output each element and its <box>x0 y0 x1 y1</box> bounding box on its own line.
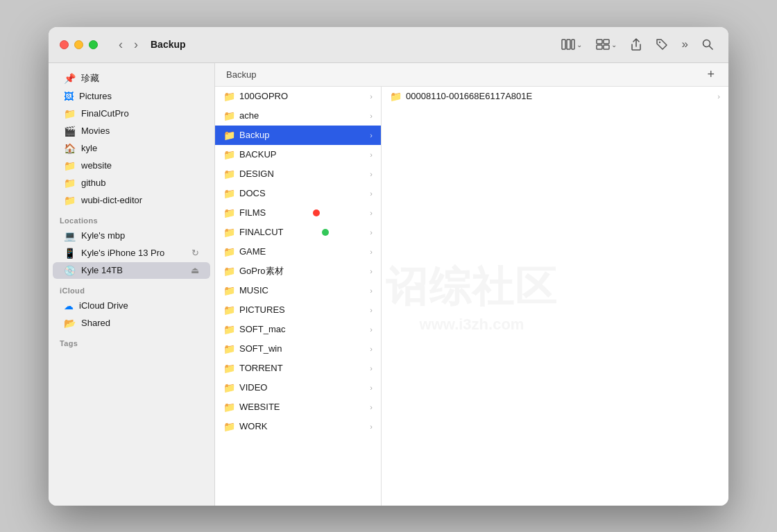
pictures-icon: 🖼 <box>64 91 74 102</box>
file-name: GAME <box>239 246 266 257</box>
grid-view-button[interactable]: ⌄ <box>592 36 621 53</box>
file-row[interactable]: 📁 BACKUP › <box>215 145 381 164</box>
sidebar-item-kyles-mbp[interactable]: 💻 Kyle's mbp <box>53 228 210 244</box>
file-name: 100GOPRO <box>239 91 288 101</box>
sidebar-item-website[interactable]: 📁 website <box>53 157 210 174</box>
folder-icon: 📁 <box>223 130 235 141</box>
svg-rect-4 <box>604 40 609 44</box>
content-area: Backup + 诏综社区 www.i3zh.com 📁 100GOPRO › <box>215 63 728 506</box>
folder-icon: 📁 <box>223 421 235 432</box>
file-row-films[interactable]: 📁 FILMS › <box>215 203 381 223</box>
sidebar-item-label: Pictures <box>79 91 112 101</box>
sidebar-item-kyle[interactable]: 🏠 kyle <box>53 140 210 157</box>
file-name: GoPro素材 <box>239 265 284 277</box>
folder-icon: 📁 <box>223 402 235 413</box>
column-1: 📁 100GOPRO › 📁 ache › 📁 Backup › <box>215 87 382 506</box>
folder-icon: 📁 <box>223 227 235 238</box>
file-row[interactable]: 📁 ache › <box>215 106 381 126</box>
folder-icon: 📁 <box>223 382 235 393</box>
file-row[interactable]: 📁 SOFT_mac › <box>215 320 381 339</box>
svg-rect-2 <box>572 40 574 49</box>
file-name: Backup <box>239 130 269 140</box>
forward-button[interactable]: › <box>130 36 142 53</box>
sidebar-item-wubi[interactable]: 📁 wubi-dict-editor <box>53 192 210 209</box>
path-add-button[interactable]: + <box>704 67 717 82</box>
more-button[interactable]: » <box>678 35 692 54</box>
file-name: FILMS <box>239 207 266 218</box>
movies-icon: 🎬 <box>64 126 76 137</box>
sidebar-item-github[interactable]: 📁 github <box>53 175 210 191</box>
file-row-backup[interactable]: 📁 Backup › <box>215 126 381 145</box>
path-label: Backup <box>226 69 256 80</box>
sidebar-item-label: Kyle's mbp <box>81 230 125 241</box>
file-name: SOFT_mac <box>239 324 285 334</box>
search-button[interactable] <box>698 36 717 53</box>
file-name: VIDEO <box>239 382 267 393</box>
sidebar-item-label: 珍藏 <box>81 72 99 85</box>
sidebar-item-label: website <box>81 160 112 171</box>
minimize-button[interactable] <box>74 40 83 49</box>
file-row[interactable]: 📁 TORRENT › <box>215 359 381 378</box>
sidebar-item-kyles-iphone[interactable]: 📱 Kyle's iPhone 13 Pro ↻ <box>53 245 210 261</box>
folder-icon: 📁 <box>223 207 235 218</box>
file-name: FINALCUT <box>239 227 284 237</box>
sidebar-item-pictures[interactable]: 🖼 Pictures <box>53 88 210 105</box>
finder-window: ‹ › Backup ⌄ ⌄ <box>49 27 728 506</box>
locations-section-label: Locations <box>49 209 214 227</box>
sidebar-item-movies[interactable]: 🎬 Movies <box>53 123 210 139</box>
maximize-button[interactable] <box>89 40 98 49</box>
file-name: PICTURES <box>239 304 285 315</box>
file-name: 00008110-001668E6117A801E <box>406 91 532 101</box>
file-row[interactable]: 📁 DOCS › <box>215 184 381 203</box>
share-button[interactable] <box>626 35 646 53</box>
tags-section-label: Tags <box>49 332 214 350</box>
file-row[interactable]: 📁 DESIGN › <box>215 164 381 184</box>
folder-icon: 📁 <box>223 266 235 277</box>
file-row[interactable]: 📁 VIDEO › <box>215 378 381 397</box>
path-bar-actions: + <box>704 67 717 82</box>
file-row[interactable]: 📁 WEBSITE › <box>215 397 381 417</box>
svg-rect-5 <box>597 45 602 49</box>
sidebar-item-kyle-14tb[interactable]: 💿 Kyle 14TB ⏏ <box>53 262 210 279</box>
back-button[interactable]: ‹ <box>114 36 127 53</box>
file-row-finalcut[interactable]: 📁 FINALCUT › <box>215 223 381 242</box>
sidebar: 📌 珍藏 🖼 Pictures 📁 FinalCutPro 🎬 Movies 🏠… <box>49 63 215 506</box>
file-row[interactable]: 📁 100GOPRO › <box>215 87 381 106</box>
mbp-icon: 💻 <box>64 230 76 241</box>
window-title: Backup <box>151 39 186 50</box>
file-row[interactable]: 📁 MUSIC › <box>215 281 381 300</box>
sidebar-item-label: Kyle 14TB <box>81 265 123 275</box>
sidebar-item-shared[interactable]: 📂 Shared <box>53 315 210 332</box>
column-2: 📁 00008110-001668E6117A801E › <box>382 87 728 506</box>
website-icon: 📁 <box>64 160 76 171</box>
eject-icon[interactable]: ⏏ <box>191 265 199 275</box>
svg-rect-3 <box>597 40 602 44</box>
sidebar-item-finalcutpro[interactable]: 📁 FinalCutPro <box>53 105 210 122</box>
file-name: WEBSITE <box>239 402 280 412</box>
file-row[interactable]: 📁 WORK › <box>215 417 381 436</box>
toolbar-actions: ⌄ ⌄ <box>557 35 717 54</box>
zhicang-icon: 📌 <box>64 73 76 84</box>
sidebar-item-zhicang[interactable]: 📌 珍藏 <box>53 69 210 87</box>
folder-icon: 📁 <box>223 343 235 354</box>
file-row[interactable]: 📁 PICTURES › <box>215 300 381 320</box>
disk-icon: 💿 <box>64 265 76 276</box>
wubi-icon: 📁 <box>64 195 76 206</box>
shared-icon: 📂 <box>64 318 76 329</box>
file-row[interactable]: 📁 GAME › <box>215 242 381 261</box>
nav-buttons: ‹ › <box>114 36 142 53</box>
columns-wrapper: 诏综社区 www.i3zh.com 📁 100GOPRO › 📁 ache › <box>215 87 728 506</box>
file-row[interactable]: 📁 SOFT_win › <box>215 339 381 359</box>
column-view-button[interactable]: ⌄ <box>557 36 586 53</box>
close-button[interactable] <box>60 40 69 49</box>
svg-point-7 <box>658 42 660 43</box>
file-row[interactable]: 📁 GoPro素材 › <box>215 261 381 281</box>
file-name: DESIGN <box>239 169 274 179</box>
sidebar-item-icloud-drive[interactable]: ☁ iCloud Drive <box>53 298 210 314</box>
tag-button[interactable] <box>651 35 672 53</box>
folder-icon: 📁 <box>223 324 235 335</box>
icloud-section-label: iCloud <box>49 280 214 297</box>
svg-rect-6 <box>604 45 609 49</box>
file-name: DOCS <box>239 188 266 198</box>
file-row-00008110[interactable]: 📁 00008110-001668E6117A801E › <box>382 87 728 106</box>
